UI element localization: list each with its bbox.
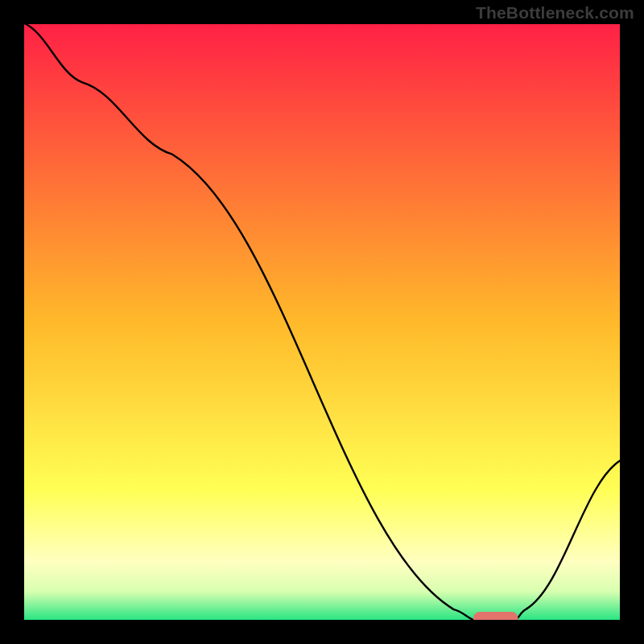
target-bar <box>473 612 518 621</box>
chart-svg <box>23 23 621 621</box>
chart-canvas: TheBottleneck.com <box>0 0 644 644</box>
plot-area <box>23 23 621 621</box>
gradient-background <box>23 23 621 621</box>
watermark-text: TheBottleneck.com <box>476 3 634 23</box>
